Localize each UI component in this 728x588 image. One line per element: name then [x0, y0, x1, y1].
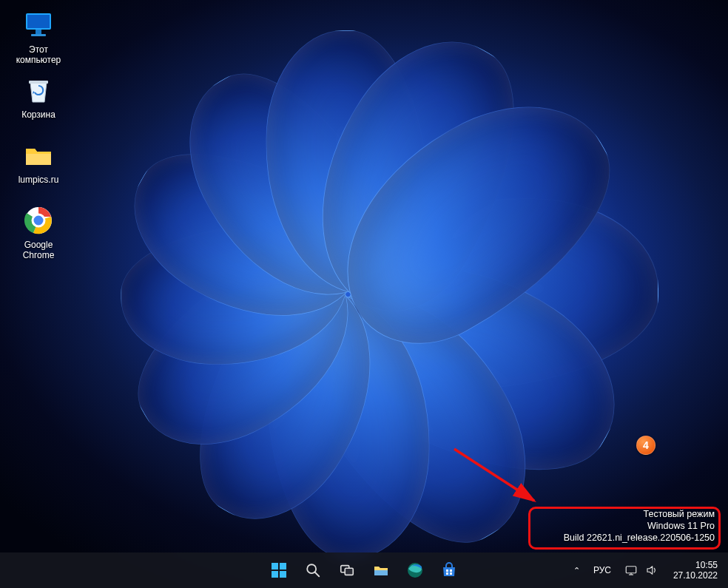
- taskbar-app-explorer[interactable]: [366, 555, 396, 585]
- svg-rect-10: [272, 571, 278, 578]
- svg-rect-11: [280, 571, 286, 578]
- clock-time: 10:55: [673, 560, 718, 570]
- taskbar: ⌃ РУС 10:55 27.10.2022: [0, 552, 728, 588]
- annotation-step-badge: 4: [636, 436, 655, 455]
- desktop-icon-label: Корзина: [9, 109, 68, 120]
- desktop-icon-this-pc[interactable]: Этоткомпьютер: [9, 9, 68, 65]
- task-view-button[interactable]: [332, 555, 362, 585]
- volume-icon: [645, 564, 658, 577]
- taskbar-center: [264, 555, 464, 585]
- start-button[interactable]: [264, 555, 294, 585]
- recycle-bin-icon: [22, 74, 55, 107]
- taskbar-right: ⌃ РУС 10:55 27.10.2022: [568, 560, 724, 581]
- search-icon: [305, 562, 321, 578]
- language-indicator[interactable]: РУС: [589, 565, 616, 575]
- file-explorer-icon: [372, 561, 390, 579]
- annotation-arrow: [445, 445, 549, 511]
- desktop-icon-label: Этоткомпьютер: [9, 44, 68, 65]
- svg-rect-9: [280, 563, 286, 570]
- svg-rect-4: [29, 81, 48, 84]
- svg-rect-21: [450, 572, 452, 575]
- svg-rect-15: [345, 568, 353, 575]
- folder-icon: [22, 139, 55, 172]
- svg-rect-8: [272, 563, 278, 570]
- svg-rect-18: [446, 570, 448, 572]
- svg-rect-3: [31, 34, 46, 36]
- wallpaper-bloom: [90, 43, 667, 546]
- windows-logo-icon: [270, 561, 288, 579]
- svg-rect-1: [27, 15, 50, 28]
- task-view-icon: [339, 562, 355, 578]
- taskbar-app-edge[interactable]: [400, 555, 430, 585]
- desktop-icon-folder-lumpics[interactable]: lumpics.ru: [9, 139, 68, 185]
- desktop-icon-label: lumpics.ru: [9, 175, 68, 185]
- chrome-icon: [22, 204, 55, 237]
- desktop-icon-label: GoogleChrome: [9, 240, 68, 260]
- watermark-line: Build 22621.ni_release.220506-1250: [564, 532, 715, 544]
- test-mode-watermark: Тестовый режим Windows 11 Pro Build 2262…: [564, 508, 715, 544]
- desktop-icon-recycle-bin[interactable]: Корзина: [9, 74, 68, 120]
- monitor-icon: [22, 9, 55, 41]
- tray-overflow-button[interactable]: ⌃: [568, 566, 586, 575]
- svg-line-13: [315, 572, 320, 577]
- svg-rect-22: [626, 567, 636, 573]
- clock[interactable]: 10:55 27.10.2022: [667, 560, 724, 581]
- desktop[interactable]: Этоткомпьютер Корзина lumpics.ru GoogleC…: [0, 0, 728, 588]
- store-icon: [440, 561, 458, 579]
- system-tray[interactable]: [619, 564, 664, 577]
- svg-rect-2: [36, 30, 41, 34]
- svg-rect-16: [374, 570, 388, 575]
- taskbar-app-store[interactable]: [434, 555, 464, 585]
- watermark-line: Windows 11 Pro: [564, 520, 715, 532]
- desktop-icon-chrome[interactable]: GoogleChrome: [9, 204, 68, 260]
- clock-date: 27.10.2022: [673, 570, 718, 581]
- chevron-up-icon: ⌃: [573, 566, 580, 575]
- search-button[interactable]: [298, 555, 328, 585]
- edge-icon: [406, 561, 424, 579]
- svg-rect-20: [446, 572, 448, 575]
- watermark-line: Тестовый режим: [564, 508, 715, 520]
- svg-rect-19: [450, 570, 452, 572]
- network-icon: [624, 564, 638, 577]
